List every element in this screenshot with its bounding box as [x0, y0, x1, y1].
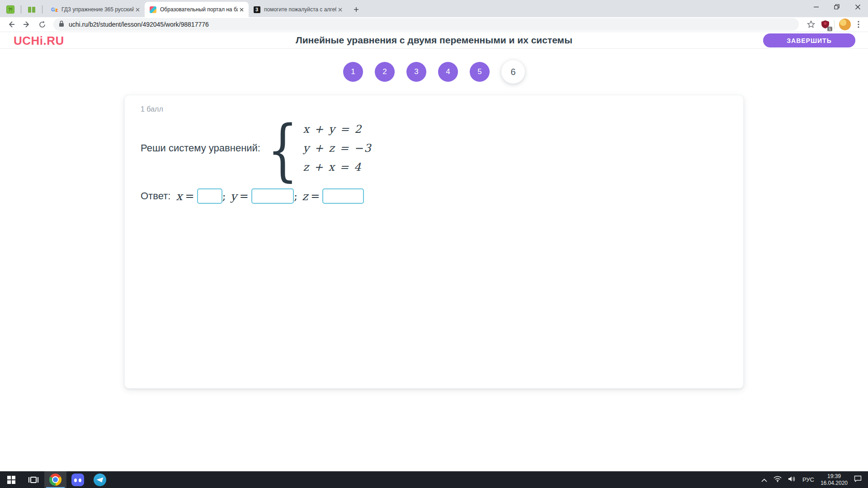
separator: ;	[222, 190, 226, 202]
finish-button[interactable]: ЗАВЕРШИТЬ	[763, 33, 855, 47]
tray-chevron-icon[interactable]	[761, 476, 767, 484]
browser-tab-znanija[interactable]: 3 помогите пожалуйста с алгебр	[249, 2, 347, 17]
pinned-tab-books[interactable]	[24, 2, 39, 17]
clock[interactable]: 19:39 16.04.2020	[821, 473, 848, 487]
telegram-icon	[94, 474, 106, 486]
ublock-extension-icon[interactable]: 1	[819, 18, 831, 31]
start-button[interactable]	[0, 471, 22, 488]
znanija-favicon-icon: 3	[253, 6, 260, 13]
system-tray: РУС 19:39 16.04.2020	[761, 471, 868, 488]
browser-tab-gdz[interactable]: Gz ГДЗ упражнение 365 русский я	[46, 2, 145, 17]
reload-icon[interactable]	[36, 18, 48, 31]
var-x: x	[176, 190, 182, 203]
var-z: z	[302, 190, 308, 203]
chrome-icon	[49, 474, 61, 486]
tab-close-icon[interactable]	[336, 6, 344, 13]
equation-3: z + x = 4	[303, 158, 372, 177]
equals-sign: =	[240, 190, 249, 202]
step-4[interactable]: 4	[438, 62, 458, 82]
extension-badge: 1	[827, 27, 832, 31]
discord-icon	[71, 474, 84, 486]
browser-tab-uchi[interactable]: Образовательный портал на ба	[145, 2, 249, 17]
site-header: UCHi.RU Линейные уравнения с двумя перем…	[0, 32, 868, 49]
address-bar[interactable]: uchi.ru/b2t/student/lesson/492045/work/9…	[53, 18, 799, 31]
profile-avatar[interactable]	[839, 19, 851, 30]
tab-title: помогите пожалуйста с алгебр	[264, 6, 336, 13]
answer-input-y[interactable]	[251, 188, 294, 204]
page-title: Линейные уравнения с двумя переменными и…	[0, 35, 868, 46]
forward-icon[interactable]	[20, 18, 33, 31]
step-3[interactable]: 3	[406, 62, 426, 82]
tab-separator	[42, 5, 42, 14]
language-indicator[interactable]: РУС	[802, 476, 814, 483]
equals-sign: =	[185, 190, 194, 202]
task-view-icon	[30, 477, 37, 483]
step-1[interactable]: 1	[343, 62, 363, 82]
tab-title: Образовательный портал на ба	[160, 6, 238, 13]
windows-logo-icon	[7, 476, 15, 484]
step-indicator: 1 2 3 4 5 6	[0, 60, 868, 84]
equation-1: x + y = 2	[303, 120, 372, 139]
tab-close-icon[interactable]	[238, 6, 245, 13]
task-view-button[interactable]	[22, 471, 44, 488]
windows-taskbar: РУС 19:39 16.04.2020	[0, 471, 868, 488]
step-6-active[interactable]: 6	[501, 60, 525, 84]
browser-tab-strip: ?! Gz ГДЗ упражнение 365 русский я Образ…	[0, 0, 868, 17]
window-controls	[806, 0, 868, 14]
tab-close-icon[interactable]	[134, 6, 141, 13]
bookmark-star-icon[interactable]	[805, 18, 817, 31]
wifi-icon[interactable]	[774, 476, 782, 484]
green-books-icon	[28, 7, 35, 13]
tray-time: 19:39	[821, 473, 848, 480]
window-restore-button[interactable]	[826, 0, 847, 14]
volume-icon[interactable]	[788, 476, 796, 484]
tray-date: 16.04.2020	[821, 480, 848, 487]
uchi-favicon-icon	[149, 6, 156, 13]
window-minimize-button[interactable]	[806, 0, 826, 14]
separator: ;	[294, 190, 297, 202]
task-card: 1 балл Реши систему уравнений: { x + y =…	[124, 95, 744, 389]
system-brace: {	[267, 118, 298, 178]
taskbar-chrome[interactable]	[44, 471, 66, 488]
url-text: uchi.ru/b2t/student/lesson/492045/work/9…	[69, 21, 209, 28]
browser-toolbar: uchi.ru/b2t/student/lesson/492045/work/9…	[0, 17, 868, 32]
equation-system: x + y = 2 y + z = −3 z + x = 4	[303, 120, 372, 177]
lesson-content: 1 2 3 4 5 6 1 балл Реши систему уравнени…	[0, 49, 868, 471]
var-y: y	[231, 190, 237, 203]
answer-label: Ответ:	[141, 190, 170, 202]
gdz-favicon-icon: Gz	[51, 6, 58, 13]
answer-input-x[interactable]	[197, 188, 222, 204]
uchi-logo[interactable]: UCHi.RU	[14, 34, 64, 48]
tab-separator	[21, 5, 21, 14]
new-tab-button[interactable]	[350, 3, 363, 16]
pinned-tabs: ?!	[0, 2, 46, 17]
menu-kebab-icon[interactable]	[853, 19, 864, 30]
taskbar-telegram[interactable]	[89, 471, 111, 488]
equation-2: y + z = −3	[303, 139, 372, 158]
step-2[interactable]: 2	[375, 62, 395, 82]
question-badge-icon: ?!	[6, 5, 14, 14]
pinned-tab-question[interactable]: ?!	[3, 2, 18, 17]
tab-title: ГДЗ упражнение 365 русский я	[61, 6, 134, 13]
window-close-button[interactable]	[847, 0, 868, 14]
lock-icon[interactable]	[59, 20, 64, 29]
back-icon[interactable]	[5, 18, 18, 31]
answer-row: Ответ: x = ; y = ; z =	[141, 188, 727, 204]
points-label: 1 балл	[141, 105, 727, 113]
taskbar-discord[interactable]	[66, 471, 89, 488]
problem-statement: Реши систему уравнений: { x + y = 2 y + …	[141, 118, 727, 178]
screen: ?! Gz ГДЗ упражнение 365 русский я Образ…	[0, 0, 868, 488]
toolbar-separator	[834, 20, 835, 29]
task-prompt: Реши систему уравнений:	[141, 142, 260, 154]
step-5[interactable]: 5	[470, 62, 490, 82]
equals-sign: =	[311, 190, 320, 202]
answer-input-z[interactable]	[322, 188, 364, 204]
action-center-icon[interactable]	[854, 475, 862, 484]
